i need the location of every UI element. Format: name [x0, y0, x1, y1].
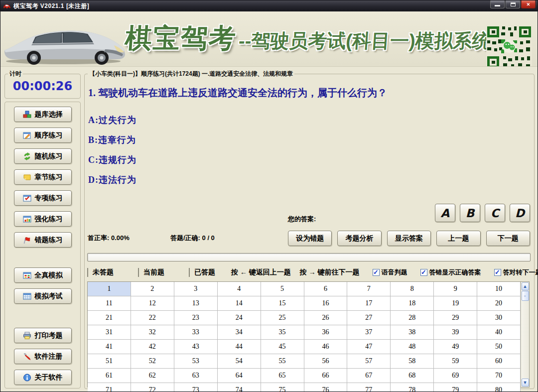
grid-cell[interactable]: 43 [174, 340, 218, 354]
answer-b-button[interactable]: B [460, 204, 480, 222]
grid-cell[interactable]: 12 [131, 296, 174, 311]
scroll-down-icon[interactable]: ▼ [522, 379, 529, 387]
grid-cell[interactable]: 40 [477, 325, 521, 340]
grid-cell[interactable]: 8 [391, 282, 434, 296]
grid-cell[interactable]: 52 [131, 354, 174, 369]
grid-cell[interactable]: 41 [88, 340, 131, 354]
answer-a-button[interactable]: A [435, 204, 455, 222]
minimize-button[interactable] [490, 0, 505, 8]
grid-cell[interactable]: 9 [434, 282, 477, 296]
grid-cell[interactable]: 58 [391, 354, 434, 369]
grid-cell[interactable]: 27 [347, 311, 391, 325]
grid-cell[interactable]: 48 [391, 340, 434, 354]
grid-cell[interactable]: 2 [131, 282, 174, 296]
grid-cell[interactable]: 63 [174, 369, 218, 383]
grid-cell[interactable]: 59 [434, 354, 477, 369]
grid-cell[interactable]: 5 [261, 282, 304, 296]
grid-cell[interactable]: 15 [261, 296, 304, 311]
sidebar-item-full-simulation[interactable]: 全真模拟 [14, 267, 72, 283]
grid-cell[interactable]: 36 [304, 325, 348, 340]
grid-cell[interactable]: 32 [131, 325, 174, 340]
sidebar-item-about-software[interactable]: 关于软件 [14, 370, 72, 385]
grid-cell[interactable]: 16 [304, 296, 348, 311]
maximize-button[interactable] [506, 0, 520, 8]
grid-cell[interactable]: 80 [477, 383, 521, 392]
grid-cell[interactable]: 75 [261, 383, 304, 392]
grid-cell[interactable]: 68 [391, 369, 434, 383]
grid-cell[interactable]: 74 [218, 383, 261, 392]
sidebar-item-wrong-questions[interactable]: 错题练习 [14, 232, 72, 248]
grid-cell[interactable]: 56 [304, 354, 348, 369]
grid-cell[interactable]: 51 [88, 354, 131, 369]
grid-cell[interactable]: 69 [434, 369, 477, 383]
grid-cell[interactable]: 70 [477, 369, 521, 383]
grid-cell[interactable]: 11 [88, 296, 131, 311]
grid-cell[interactable]: 24 [218, 311, 261, 325]
auto-next-on-correct-checkbox[interactable]: ✓ 答对转下一题 [494, 268, 538, 277]
mark-wrong-button[interactable]: 设为错题 [288, 231, 332, 246]
grid-cell[interactable]: 33 [174, 325, 218, 340]
grid-cell[interactable]: 42 [131, 340, 174, 354]
next-question-button[interactable]: 下一题 [486, 231, 530, 246]
show-answer-button[interactable]: 显示答案 [387, 231, 431, 246]
grid-cell[interactable]: 72 [131, 383, 174, 392]
grid-cell[interactable]: 17 [347, 296, 391, 311]
sidebar-item-random-practice[interactable]: 随机练习 [14, 148, 72, 164]
answer-c-button[interactable]: C [485, 204, 505, 222]
grid-cell[interactable]: 21 [88, 311, 131, 325]
grid-cell[interactable]: 57 [347, 354, 391, 369]
grid-cell[interactable]: 10 [477, 282, 521, 296]
grid-cell[interactable]: 54 [218, 354, 261, 369]
grid-cell[interactable]: 61 [88, 369, 131, 383]
grid-cell[interactable]: 19 [434, 296, 477, 311]
show-correct-on-wrong-checkbox[interactable]: ✓ 答错显示正确答案 [420, 268, 481, 277]
prev-question-button[interactable]: 上一题 [436, 231, 480, 246]
grid-cell[interactable]: 3 [174, 282, 218, 296]
grid-cell[interactable]: 25 [261, 311, 304, 325]
grid-cell[interactable]: 38 [391, 325, 434, 340]
grid-cell[interactable]: 39 [434, 325, 477, 340]
sidebar-item-special-practice[interactable]: 专项练习 [14, 190, 72, 206]
grid-cell[interactable]: 13 [174, 296, 218, 311]
grid-cell[interactable]: 66 [304, 369, 348, 383]
grid-cell[interactable]: 26 [304, 311, 348, 325]
sidebar-item-software-register[interactable]: 软件注册 [14, 349, 72, 364]
grid-cell[interactable]: 31 [88, 325, 131, 340]
grid-cell[interactable]: 62 [131, 369, 174, 383]
grid-cell[interactable]: 22 [131, 311, 174, 325]
grid-cell[interactable]: 76 [304, 383, 348, 392]
grid-cell[interactable]: 67 [347, 369, 391, 383]
grid-cell[interactable]: 7 [347, 282, 391, 296]
analysis-button[interactable]: 考题分析 [337, 231, 381, 246]
sidebar-item-question-bank[interactable]: 题库选择 [14, 107, 72, 122]
close-button[interactable]: ✕ [521, 0, 536, 8]
grid-cell[interactable]: 20 [477, 296, 521, 311]
grid-cell[interactable]: 50 [477, 340, 521, 354]
scroll-thumb[interactable]: ≡ [522, 291, 529, 301]
grid-cell[interactable]: 60 [477, 354, 521, 369]
grid-cell[interactable]: 44 [218, 340, 261, 354]
grid-cell[interactable]: 6 [304, 282, 348, 296]
grid-cell[interactable]: 55 [261, 354, 304, 369]
grid-cell[interactable]: 65 [261, 369, 304, 383]
grid-cell[interactable]: 79 [434, 383, 477, 392]
sidebar-item-intensive-practice[interactable]: 强化练习 [14, 211, 72, 227]
grid-cell[interactable]: 71 [88, 383, 131, 392]
grid-cell[interactable]: 45 [261, 340, 304, 354]
grid-scrollbar[interactable]: ▲ ≡ ▼ [521, 282, 529, 387]
grid-cell[interactable]: 4 [218, 282, 261, 296]
grid-cell[interactable]: 1 [88, 282, 131, 296]
sidebar-item-mock-exam[interactable]: 模拟考试 [14, 288, 72, 304]
grid-cell[interactable]: 49 [434, 340, 477, 354]
grid-cell[interactable]: 78 [391, 383, 434, 392]
grid-cell[interactable]: 46 [304, 340, 348, 354]
grid-cell[interactable]: 30 [477, 311, 521, 325]
sidebar-item-sequential-practice[interactable]: 顺序练习 [14, 128, 72, 143]
grid-cell[interactable]: 23 [174, 311, 218, 325]
grid-cell[interactable]: 14 [218, 296, 261, 311]
sidebar-item-chapter-practice[interactable]: 章节练习 [14, 169, 72, 185]
grid-cell[interactable]: 47 [347, 340, 391, 354]
grid-cell[interactable]: 34 [218, 325, 261, 340]
grid-cell[interactable]: 29 [434, 311, 477, 325]
grid-cell[interactable]: 28 [391, 311, 434, 325]
